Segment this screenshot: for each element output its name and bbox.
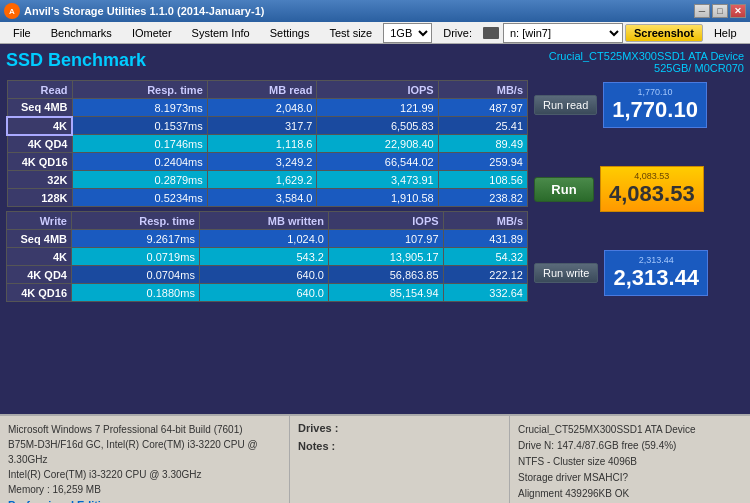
drives-row: Drives : — [298, 422, 501, 434]
app-icon: A — [4, 3, 20, 19]
mbs: 487.97 — [438, 99, 527, 117]
drive-selector: n: [win7] — [483, 23, 623, 43]
table-row: 4K QD4 0.0704ms 640.0 56,863.85 222.12 — [7, 266, 528, 284]
resp-time: 0.2879ms — [72, 171, 207, 189]
mb-read: 1,629.2 — [207, 171, 317, 189]
iops: 3,473.91 — [317, 171, 438, 189]
read-table: Read Resp. time MB read IOPS MB/s Seq 4M… — [6, 80, 528, 207]
row-label: Seq 4MB — [7, 99, 72, 117]
menu-settings[interactable]: Settings — [261, 24, 319, 42]
device-model: 525GB/ M0CR070 — [549, 62, 744, 74]
row-label: 4K QD4 — [7, 135, 72, 153]
drive-detail-line3: NTFS - Cluster size 4096B — [518, 454, 742, 470]
row-label: 4K QD4 — [7, 266, 72, 284]
device-name: Crucial_CT525MX300SSD1 ATA Device — [549, 50, 744, 62]
iops: 85,154.94 — [328, 284, 443, 302]
menu-sysinfo[interactable]: System Info — [183, 24, 259, 42]
mbs: 25.41 — [438, 117, 527, 135]
col-iops: IOPS — [317, 81, 438, 99]
col-iops-w: IOPS — [328, 212, 443, 230]
run-read-score-small: 1,770.10 — [612, 87, 698, 97]
col-read: Read — [7, 81, 72, 99]
resp-time: 0.1880ms — [72, 284, 200, 302]
iops: 6,505.83 — [317, 117, 438, 135]
table-row: 4K 0.1537ms 317.7 6,505.83 25.41 — [7, 117, 528, 135]
mbs: 89.49 — [438, 135, 527, 153]
run-total-score-large: 4,083.53 — [609, 181, 695, 207]
mb-written: 640.0 — [199, 284, 328, 302]
title-buttons: ─ □ ✕ — [694, 4, 746, 18]
run-button[interactable]: Run — [534, 177, 594, 202]
mb-read: 317.7 — [207, 117, 317, 135]
col-resp-w: Resp. time — [72, 212, 200, 230]
run-read-button[interactable]: Run read — [534, 95, 597, 115]
iops: 107.97 — [328, 230, 443, 248]
table-row: 4K QD16 0.1880ms 640.0 85,154.94 332.64 — [7, 284, 528, 302]
col-mbs: MB/s — [438, 81, 527, 99]
run-read-group: Run read 1,770.10 1,770.10 — [534, 82, 744, 128]
col-mb: MB read — [207, 81, 317, 99]
scores-panel: Run read 1,770.10 1,770.10 Run 4,083.53 … — [534, 80, 744, 306]
write-table: Write Resp. time MB written IOPS MB/s Se… — [6, 211, 528, 302]
iops: 121.99 — [317, 99, 438, 117]
mbs: 238.82 — [438, 189, 527, 207]
title-bar-left: A Anvil's Storage Utilities 1.1.0 (2014-… — [4, 3, 264, 19]
sys-line1: Microsoft Windows 7 Professional 64-bit … — [8, 422, 281, 437]
iops: 66,544.02 — [317, 153, 438, 171]
maximize-button[interactable]: □ — [712, 4, 728, 18]
run-write-score: 2,313.44 2,313.44 — [604, 250, 708, 296]
mbs: 259.94 — [438, 153, 527, 171]
menu-testsize-label: Test size — [320, 24, 381, 42]
resp-time: 0.0719ms — [72, 248, 200, 266]
mb-read: 1,118.6 — [207, 135, 317, 153]
notes-label: Notes : — [298, 440, 335, 452]
run-write-group: Run write 2,313.44 2,313.44 — [534, 250, 744, 296]
drives-label: Drives : — [298, 422, 338, 434]
resp-time: 8.1973ms — [72, 99, 207, 117]
minimize-button[interactable]: ─ — [694, 4, 710, 18]
menu-benchmarks[interactable]: Benchmarks — [42, 24, 121, 42]
row-label: 128K — [7, 189, 72, 207]
drives-notes: Drives : Notes : — [290, 416, 510, 503]
menu-help[interactable]: Help — [705, 24, 746, 42]
menu-iometer[interactable]: IOmeter — [123, 24, 181, 42]
resp-time: 0.1537ms — [72, 117, 207, 135]
screenshot-button[interactable]: Screenshot — [625, 24, 703, 42]
drive-icon — [483, 27, 499, 39]
menu-file[interactable]: File — [4, 24, 40, 42]
run-write-score-large: 2,313.44 — [613, 265, 699, 291]
drive-detail-line2: Drive N: 147.4/87.6GB free (59.4%) — [518, 438, 742, 454]
iops: 1,910.58 — [317, 189, 438, 207]
menu-drive-label: Drive: — [434, 24, 481, 42]
row-label: 4K QD16 — [7, 153, 72, 171]
mbs: 108.56 — [438, 171, 527, 189]
run-write-button[interactable]: Run write — [534, 263, 598, 283]
professional-edition-link[interactable]: Professional Edition — [8, 497, 281, 503]
drive-select[interactable]: n: [win7] — [503, 23, 623, 43]
sys-line4: Memory : 16,259 MB — [8, 482, 281, 497]
close-button[interactable]: ✕ — [730, 4, 746, 18]
bottom-info: Microsoft Windows 7 Professional 64-bit … — [0, 414, 750, 503]
mbs: 332.64 — [443, 284, 527, 302]
mb-read: 2,048.0 — [207, 99, 317, 117]
mb-written: 1,024.0 — [199, 230, 328, 248]
drive-details: Crucial_CT525MX300SSD1 ATA Device Drive … — [510, 416, 750, 503]
row-label: 32K — [7, 171, 72, 189]
drive-detail-line6: Alignment 439296KB OK — [518, 486, 742, 502]
row-label: 4K — [7, 248, 72, 266]
row-label: 4K QD16 — [7, 284, 72, 302]
resp-time: 9.2617ms — [72, 230, 200, 248]
resp-time: 0.1746ms — [72, 135, 207, 153]
table-row: 4K QD16 0.2404ms 3,249.2 66,544.02 259.9… — [7, 153, 528, 171]
device-info: Crucial_CT525MX300SSD1 ATA Device 525GB/… — [549, 50, 744, 74]
iops: 22,908.40 — [317, 135, 438, 153]
mbs: 54.32 — [443, 248, 527, 266]
run-read-score: 1,770.10 1,770.10 — [603, 82, 707, 128]
run-read-score-large: 1,770.10 — [612, 97, 698, 123]
mb-read: 3,249.2 — [207, 153, 317, 171]
test-size-select[interactable]: 1GB 2GB 4GB — [383, 23, 432, 43]
col-resp: Resp. time — [72, 81, 207, 99]
table-row: Seq 4MB 9.2617ms 1,024.0 107.97 431.89 — [7, 230, 528, 248]
drive-detail-line4: Storage driver MSAHCI? — [518, 470, 742, 486]
notes-row: Notes : — [298, 440, 501, 452]
